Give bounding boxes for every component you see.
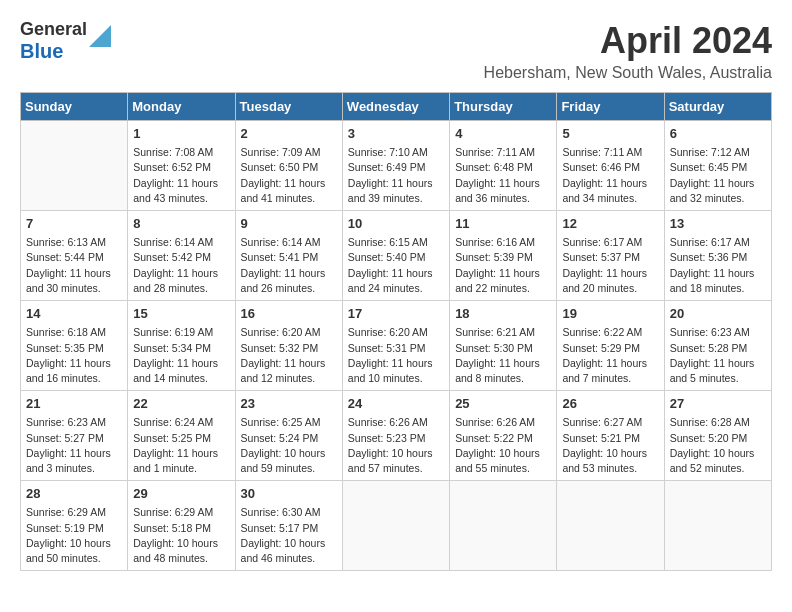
- day-number: 3: [348, 125, 444, 143]
- calendar-day-cell: 23Sunrise: 6:25 AM Sunset: 5:24 PM Dayli…: [235, 391, 342, 481]
- day-info: Sunrise: 6:14 AM Sunset: 5:42 PM Dayligh…: [133, 235, 229, 296]
- day-number: 11: [455, 215, 551, 233]
- day-info: Sunrise: 7:09 AM Sunset: 6:50 PM Dayligh…: [241, 145, 337, 206]
- day-number: 21: [26, 395, 122, 413]
- calendar-day-cell: 18Sunrise: 6:21 AM Sunset: 5:30 PM Dayli…: [450, 301, 557, 391]
- calendar-day-cell: 26Sunrise: 6:27 AM Sunset: 5:21 PM Dayli…: [557, 391, 664, 481]
- day-info: Sunrise: 7:11 AM Sunset: 6:48 PM Dayligh…: [455, 145, 551, 206]
- calendar-day-cell: 9Sunrise: 6:14 AM Sunset: 5:41 PM Daylig…: [235, 211, 342, 301]
- calendar-day-cell: 7Sunrise: 6:13 AM Sunset: 5:44 PM Daylig…: [21, 211, 128, 301]
- calendar-day-cell: 25Sunrise: 6:26 AM Sunset: 5:22 PM Dayli…: [450, 391, 557, 481]
- day-number: 9: [241, 215, 337, 233]
- day-number: 1: [133, 125, 229, 143]
- calendar-day-cell: 11Sunrise: 6:16 AM Sunset: 5:39 PM Dayli…: [450, 211, 557, 301]
- calendar-day-cell: 4Sunrise: 7:11 AM Sunset: 6:48 PM Daylig…: [450, 121, 557, 211]
- day-info: Sunrise: 6:25 AM Sunset: 5:24 PM Dayligh…: [241, 415, 337, 476]
- logo-general-text: General: [20, 20, 87, 40]
- day-info: Sunrise: 6:29 AM Sunset: 5:18 PM Dayligh…: [133, 505, 229, 566]
- day-number: 23: [241, 395, 337, 413]
- logo-blue-text: Blue: [20, 40, 87, 62]
- calendar-day-cell: 24Sunrise: 6:26 AM Sunset: 5:23 PM Dayli…: [342, 391, 449, 481]
- calendar-day-cell: 15Sunrise: 6:19 AM Sunset: 5:34 PM Dayli…: [128, 301, 235, 391]
- day-number: 24: [348, 395, 444, 413]
- day-info: Sunrise: 6:27 AM Sunset: 5:21 PM Dayligh…: [562, 415, 658, 476]
- day-info: Sunrise: 7:12 AM Sunset: 6:45 PM Dayligh…: [670, 145, 766, 206]
- day-number: 30: [241, 485, 337, 503]
- calendar-header-row: SundayMondayTuesdayWednesdayThursdayFrid…: [21, 93, 772, 121]
- day-number: 22: [133, 395, 229, 413]
- day-info: Sunrise: 6:28 AM Sunset: 5:20 PM Dayligh…: [670, 415, 766, 476]
- day-info: Sunrise: 7:10 AM Sunset: 6:49 PM Dayligh…: [348, 145, 444, 206]
- day-info: Sunrise: 6:14 AM Sunset: 5:41 PM Dayligh…: [241, 235, 337, 296]
- day-number: 12: [562, 215, 658, 233]
- day-info: Sunrise: 6:20 AM Sunset: 5:31 PM Dayligh…: [348, 325, 444, 386]
- day-of-week-header: Sunday: [21, 93, 128, 121]
- day-info: Sunrise: 6:26 AM Sunset: 5:23 PM Dayligh…: [348, 415, 444, 476]
- day-of-week-header: Tuesday: [235, 93, 342, 121]
- day-number: 27: [670, 395, 766, 413]
- day-info: Sunrise: 6:22 AM Sunset: 5:29 PM Dayligh…: [562, 325, 658, 386]
- day-number: 16: [241, 305, 337, 323]
- calendar-day-cell: 29Sunrise: 6:29 AM Sunset: 5:18 PM Dayli…: [128, 481, 235, 571]
- calendar-day-cell: 16Sunrise: 6:20 AM Sunset: 5:32 PM Dayli…: [235, 301, 342, 391]
- calendar-day-cell: 20Sunrise: 6:23 AM Sunset: 5:28 PM Dayli…: [664, 301, 771, 391]
- title-section: April 2024 Hebersham, New South Wales, A…: [484, 20, 772, 82]
- day-info: Sunrise: 6:23 AM Sunset: 5:27 PM Dayligh…: [26, 415, 122, 476]
- day-info: Sunrise: 6:18 AM Sunset: 5:35 PM Dayligh…: [26, 325, 122, 386]
- calendar-day-cell: [342, 481, 449, 571]
- location-title: Hebersham, New South Wales, Australia: [484, 64, 772, 82]
- calendar-day-cell: 10Sunrise: 6:15 AM Sunset: 5:40 PM Dayli…: [342, 211, 449, 301]
- day-info: Sunrise: 6:19 AM Sunset: 5:34 PM Dayligh…: [133, 325, 229, 386]
- day-info: Sunrise: 6:20 AM Sunset: 5:32 PM Dayligh…: [241, 325, 337, 386]
- day-number: 10: [348, 215, 444, 233]
- calendar-week-row: 21Sunrise: 6:23 AM Sunset: 5:27 PM Dayli…: [21, 391, 772, 481]
- day-info: Sunrise: 6:16 AM Sunset: 5:39 PM Dayligh…: [455, 235, 551, 296]
- calendar-week-row: 14Sunrise: 6:18 AM Sunset: 5:35 PM Dayli…: [21, 301, 772, 391]
- page-header: General Blue April 2024 Hebersham, New S…: [20, 20, 772, 82]
- day-of-week-header: Monday: [128, 93, 235, 121]
- day-info: Sunrise: 6:13 AM Sunset: 5:44 PM Dayligh…: [26, 235, 122, 296]
- day-info: Sunrise: 6:23 AM Sunset: 5:28 PM Dayligh…: [670, 325, 766, 386]
- calendar-day-cell: 13Sunrise: 6:17 AM Sunset: 5:36 PM Dayli…: [664, 211, 771, 301]
- calendar-day-cell: 21Sunrise: 6:23 AM Sunset: 5:27 PM Dayli…: [21, 391, 128, 481]
- calendar-day-cell: 8Sunrise: 6:14 AM Sunset: 5:42 PM Daylig…: [128, 211, 235, 301]
- day-of-week-header: Thursday: [450, 93, 557, 121]
- day-number: 15: [133, 305, 229, 323]
- calendar-day-cell: [21, 121, 128, 211]
- day-number: 29: [133, 485, 229, 503]
- calendar-day-cell: 28Sunrise: 6:29 AM Sunset: 5:19 PM Dayli…: [21, 481, 128, 571]
- day-of-week-header: Wednesday: [342, 93, 449, 121]
- day-info: Sunrise: 6:17 AM Sunset: 5:37 PM Dayligh…: [562, 235, 658, 296]
- day-number: 5: [562, 125, 658, 143]
- day-number: 19: [562, 305, 658, 323]
- calendar-day-cell: 5Sunrise: 7:11 AM Sunset: 6:46 PM Daylig…: [557, 121, 664, 211]
- logo-arrow-icon: [89, 25, 111, 47]
- day-of-week-header: Saturday: [664, 93, 771, 121]
- day-number: 13: [670, 215, 766, 233]
- calendar-day-cell: 1Sunrise: 7:08 AM Sunset: 6:52 PM Daylig…: [128, 121, 235, 211]
- day-info: Sunrise: 6:24 AM Sunset: 5:25 PM Dayligh…: [133, 415, 229, 476]
- calendar-day-cell: 30Sunrise: 6:30 AM Sunset: 5:17 PM Dayli…: [235, 481, 342, 571]
- day-of-week-header: Friday: [557, 93, 664, 121]
- day-number: 8: [133, 215, 229, 233]
- day-info: Sunrise: 6:29 AM Sunset: 5:19 PM Dayligh…: [26, 505, 122, 566]
- calendar-day-cell: 12Sunrise: 6:17 AM Sunset: 5:37 PM Dayli…: [557, 211, 664, 301]
- calendar-week-row: 7Sunrise: 6:13 AM Sunset: 5:44 PM Daylig…: [21, 211, 772, 301]
- calendar-day-cell: [664, 481, 771, 571]
- calendar-day-cell: [450, 481, 557, 571]
- calendar-day-cell: 3Sunrise: 7:10 AM Sunset: 6:49 PM Daylig…: [342, 121, 449, 211]
- calendar-day-cell: 27Sunrise: 6:28 AM Sunset: 5:20 PM Dayli…: [664, 391, 771, 481]
- calendar-week-row: 28Sunrise: 6:29 AM Sunset: 5:19 PM Dayli…: [21, 481, 772, 571]
- day-number: 7: [26, 215, 122, 233]
- logo: General Blue: [20, 20, 111, 62]
- day-number: 4: [455, 125, 551, 143]
- calendar-day-cell: [557, 481, 664, 571]
- calendar-day-cell: 2Sunrise: 7:09 AM Sunset: 6:50 PM Daylig…: [235, 121, 342, 211]
- calendar-day-cell: 14Sunrise: 6:18 AM Sunset: 5:35 PM Dayli…: [21, 301, 128, 391]
- calendar-day-cell: 17Sunrise: 6:20 AM Sunset: 5:31 PM Dayli…: [342, 301, 449, 391]
- day-number: 18: [455, 305, 551, 323]
- day-info: Sunrise: 6:26 AM Sunset: 5:22 PM Dayligh…: [455, 415, 551, 476]
- day-info: Sunrise: 6:15 AM Sunset: 5:40 PM Dayligh…: [348, 235, 444, 296]
- month-title: April 2024: [484, 20, 772, 62]
- day-number: 25: [455, 395, 551, 413]
